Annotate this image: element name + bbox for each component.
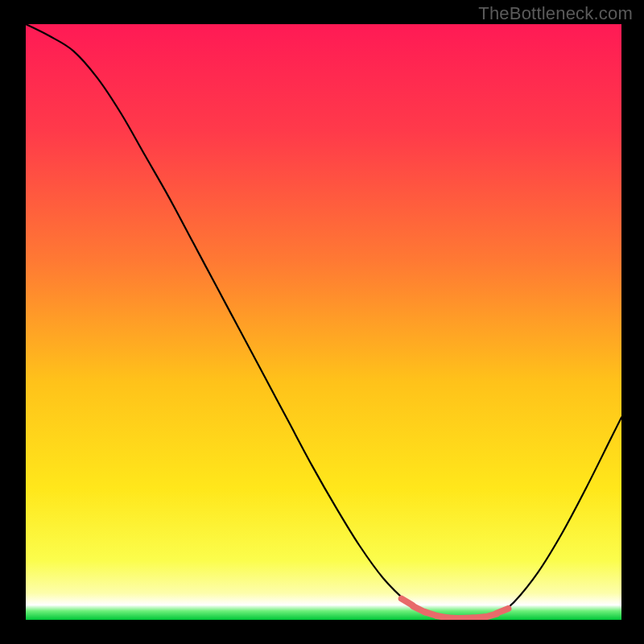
bottleneck-chart bbox=[0, 0, 644, 644]
optimal-marker bbox=[497, 609, 509, 613]
gradient-background bbox=[26, 24, 621, 620]
outer-frame: TheBottleneck.com bbox=[0, 0, 644, 644]
